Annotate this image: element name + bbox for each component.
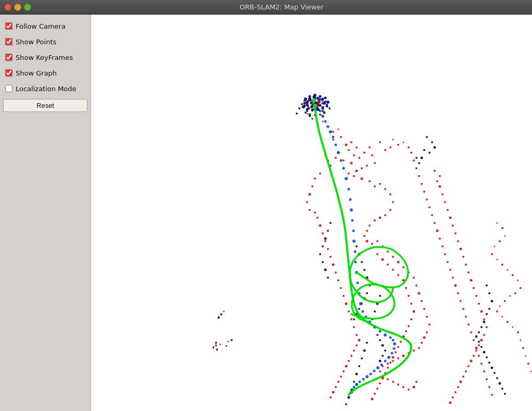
svg-point-237 xyxy=(483,334,485,336)
show-keyframes-item[interactable]: Show KeyFrames xyxy=(3,50,87,65)
svg-point-45 xyxy=(426,198,428,201)
svg-point-190 xyxy=(382,258,384,261)
close-button[interactable] xyxy=(4,4,11,11)
svg-point-259 xyxy=(298,107,300,109)
svg-point-165 xyxy=(504,235,506,237)
maximize-button[interactable] xyxy=(24,4,31,11)
svg-point-246 xyxy=(460,381,462,383)
svg-point-68 xyxy=(486,378,488,380)
localization-mode-label: Localization Mode xyxy=(16,85,77,93)
svg-point-99 xyxy=(426,316,428,318)
svg-point-137 xyxy=(340,287,342,289)
svg-point-57 xyxy=(457,292,459,294)
svg-point-120 xyxy=(415,381,417,383)
svg-point-192 xyxy=(392,269,394,271)
svg-point-442 xyxy=(311,109,314,111)
svg-point-174 xyxy=(520,287,522,289)
svg-point-310 xyxy=(434,146,436,149)
svg-point-352 xyxy=(319,114,321,116)
window-controls[interactable] xyxy=(4,4,31,11)
svg-point-292 xyxy=(356,373,358,376)
svg-point-112 xyxy=(379,370,381,372)
svg-point-391 xyxy=(391,352,394,355)
svg-point-3 xyxy=(215,344,217,346)
svg-point-41 xyxy=(415,167,417,169)
map-viewer[interactable] xyxy=(91,15,532,411)
svg-point-228 xyxy=(465,264,467,266)
svg-point-145 xyxy=(356,344,358,346)
svg-point-127 xyxy=(314,211,316,214)
svg-point-74 xyxy=(379,183,381,185)
svg-line-417 xyxy=(387,340,393,348)
svg-point-95 xyxy=(415,284,417,287)
svg-point-401 xyxy=(355,383,358,386)
svg-point-16 xyxy=(343,159,345,161)
svg-point-87 xyxy=(376,240,378,242)
svg-point-223 xyxy=(452,225,454,227)
svg-point-287 xyxy=(231,339,233,341)
svg-point-324 xyxy=(475,335,478,338)
svg-point-126 xyxy=(309,209,311,211)
svg-point-309 xyxy=(431,141,433,143)
svg-point-71 xyxy=(361,178,363,180)
svg-point-21 xyxy=(371,154,373,156)
svg-point-83 xyxy=(366,230,368,232)
follow-camera-item[interactable]: Follow Camera xyxy=(3,19,87,33)
svg-point-225 xyxy=(457,240,459,242)
svg-point-173 xyxy=(517,280,519,281)
show-points-checkbox[interactable] xyxy=(5,38,12,45)
svg-point-302 xyxy=(376,334,378,336)
svg-point-290 xyxy=(361,357,363,359)
svg-point-335 xyxy=(504,393,506,395)
svg-point-447 xyxy=(318,101,321,104)
minimize-button[interactable] xyxy=(14,4,21,11)
svg-point-59 xyxy=(462,308,464,310)
svg-point-114 xyxy=(387,378,389,380)
svg-point-375 xyxy=(354,251,357,253)
svg-point-305 xyxy=(384,350,386,352)
svg-point-265 xyxy=(319,253,321,255)
svg-point-183 xyxy=(517,331,519,333)
svg-point-387 xyxy=(389,337,392,339)
svg-point-211 xyxy=(379,382,381,384)
localization-mode-item[interactable]: Localization Mode xyxy=(3,81,87,96)
svg-point-110 xyxy=(387,363,389,365)
svg-point-285 xyxy=(216,348,218,351)
svg-point-91 xyxy=(397,261,400,264)
svg-point-7 xyxy=(332,139,334,141)
svg-point-262 xyxy=(327,230,329,232)
svg-point-449 xyxy=(317,104,320,106)
reset-button[interactable]: Reset xyxy=(3,99,87,112)
svg-point-373 xyxy=(352,230,355,232)
svg-point-52 xyxy=(444,253,446,255)
show-points-item[interactable]: Show Points xyxy=(3,34,87,49)
svg-point-239 xyxy=(478,344,480,346)
svg-point-288 xyxy=(366,342,368,344)
svg-point-18 xyxy=(358,157,360,159)
show-graph-item[interactable]: Show Graph xyxy=(3,66,87,80)
localization-mode-checkbox[interactable] xyxy=(5,85,12,92)
svg-point-108 xyxy=(397,357,399,359)
svg-point-241 xyxy=(473,355,475,357)
svg-point-304 xyxy=(382,344,384,347)
svg-point-444 xyxy=(302,105,305,108)
show-graph-checkbox[interactable] xyxy=(5,69,12,77)
svg-point-282 xyxy=(218,317,220,319)
follow-camera-checkbox[interactable] xyxy=(5,22,12,30)
svg-point-56 xyxy=(454,284,457,287)
svg-line-414 xyxy=(350,272,357,275)
svg-point-79 xyxy=(384,214,386,216)
svg-point-92 xyxy=(402,266,404,268)
svg-point-109 xyxy=(392,360,394,362)
svg-point-197 xyxy=(410,303,412,305)
svg-point-121 xyxy=(319,172,321,175)
svg-point-439 xyxy=(326,105,328,108)
svg-point-344 xyxy=(301,103,303,105)
svg-point-96 xyxy=(418,292,421,295)
svg-point-69 xyxy=(488,386,490,388)
show-keyframes-checkbox[interactable] xyxy=(5,54,12,61)
svg-point-154 xyxy=(332,391,335,394)
svg-point-195 xyxy=(405,287,407,289)
svg-point-85 xyxy=(366,240,369,243)
svg-point-199 xyxy=(410,318,412,320)
